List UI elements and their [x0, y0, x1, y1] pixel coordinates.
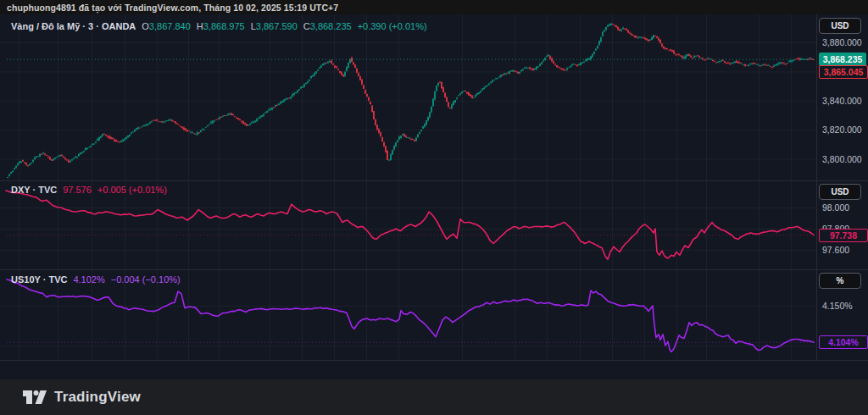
- tradingview-wordmark: TradingView: [54, 389, 141, 406]
- gold-candles: [7, 23, 814, 178]
- legend-symbol: DXY · TVC: [11, 185, 57, 195]
- pane-gold[interactable]: [0, 23, 816, 178]
- attribution-bar: chuphuong4891 đã tạo với TradingView.com…: [0, 0, 868, 14]
- legend-ohlc-item: C3,868.235: [303, 21, 352, 31]
- chart-canvas[interactable]: [0, 14, 868, 379]
- legend-change: +0.005 (+0.01%): [97, 185, 167, 195]
- legend-change: −0.004 (−0.10%): [111, 274, 181, 285]
- legend-symbol: US10Y · TVC: [11, 274, 67, 285]
- dxy-line: [6, 191, 814, 259]
- legend-ohlc-item: O3,867.840: [142, 21, 191, 31]
- footer: TradingView: [0, 379, 868, 415]
- attribution-text: chuphuong4891 đã tạo với TradingView.com…: [7, 3, 338, 13]
- legend-value: 97.576: [63, 185, 92, 195]
- legend-change: +0.390 (+0.01%): [358, 21, 427, 31]
- pane-us10y[interactable]: [0, 279, 816, 352]
- tradingview-chart-app: chuphuong4891 đã tạo với TradingView.com…: [0, 0, 868, 415]
- pane-dxy[interactable]: [0, 191, 816, 259]
- legend-us10y[interactable]: US10Y · TVC4.102%−0.004 (−0.10%): [11, 274, 181, 285]
- tradingview-logo-icon: [23, 388, 47, 407]
- legend-gold[interactable]: Vàng / Đô la Mỹ · 3 · OANDAO3,867.840H3,…: [11, 20, 427, 32]
- legend-dxy[interactable]: DXY · TVC97.576+0.005 (+0.01%): [11, 184, 167, 196]
- chart-region[interactable]: [0, 14, 868, 379]
- legend-ohlc-item: H3,868.975: [197, 21, 245, 31]
- tradingview-logo: TradingView: [23, 388, 141, 407]
- legend-value: 4.102%: [73, 274, 104, 285]
- legend-ohlc-item: L3,867.590: [251, 21, 298, 31]
- us10y-line: [7, 279, 814, 352]
- legend-symbol: Vàng / Đô la Mỹ · 3 · OANDA: [11, 21, 136, 31]
